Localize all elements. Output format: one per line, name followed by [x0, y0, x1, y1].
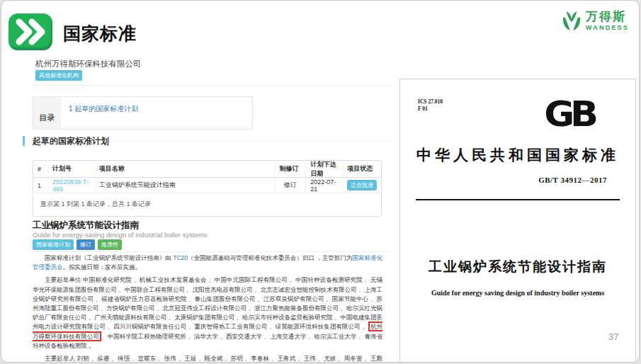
tc20-link[interactable]: TC20: [173, 254, 188, 261]
ics-line2: F 01: [418, 106, 443, 113]
p1-text: 。拟实施日期：发布后实施。: [63, 263, 142, 271]
tag-national-plan: 国家标准计划: [33, 239, 74, 250]
company-type-badge: 其他标准化机构: [35, 70, 82, 81]
cell-issue-date: 2022-07-21: [305, 178, 342, 193]
brand-name-en: WANDESS: [586, 25, 629, 31]
leaf-icon: [561, 9, 582, 33]
page-number: 37: [608, 331, 618, 342]
paragraph-overview: 国家标准计划《工业锅炉系统节能设计指南》由 TC20（全国能源基础与管理标准化技…: [33, 254, 382, 272]
section-rule: [115, 141, 390, 142]
cell-project-name: 工业锅炉系统节能设计指南: [94, 178, 275, 193]
cell-index: 1: [33, 178, 47, 193]
standard-number: GB/T 34912—2017: [538, 176, 607, 184]
toc-label: 目录: [33, 97, 61, 129]
paragraph-drafters: 主要起草人 刘韧 、侯睿 、傅强 、笪耀东 、张伟 、王婧 、顾全斌 、苏明 、…: [33, 354, 382, 363]
cover-title: 中华人民共和国国家标准: [400, 145, 635, 165]
ics-line1: ICS 27.010: [418, 98, 443, 106]
status-badge: 正在批准: [347, 180, 377, 190]
section-title: 起草的国家标准计划: [33, 135, 109, 147]
table-footer-text: 显示第 1 到第 1 条记录，总共 1 条记录: [33, 193, 381, 216]
toc-link[interactable]: 1 起草的国家标准计划: [61, 97, 138, 129]
cover-doc-title: 工业锅炉系统节能设计指南: [400, 258, 635, 276]
slide: 国家标准 万得斯 WANDESS 杭州万得斯环保科技有限公司 其他标准化机构 目…: [1, 0, 640, 363]
standard-title: 工业锅炉系统节能设计指南: [33, 220, 139, 232]
double-chevron-icon: [8, 13, 52, 50]
table-row: 1 20220838-T-469 工业锅炉系统节能设计指南 修订 2022-07…: [33, 178, 381, 193]
gb-logo: GB: [544, 96, 594, 132]
cover-doc-subtitle-en: Guide for energy saving design of indust…: [400, 289, 635, 297]
standard-tags: 国家标准计划 修订 推荐性: [33, 239, 122, 250]
toc-box: 目录 1 起草的国家标准计划: [33, 96, 253, 130]
cover-divider: [416, 199, 620, 200]
brand-text: 万得斯 WANDESS: [586, 11, 629, 31]
plans-table: # 计划号 项目名称 制修订 计划下达日期 项目状态 1 20220838-T-…: [33, 160, 382, 217]
col-header-plan-no: 计划号: [47, 161, 94, 178]
tag-revision: 修订: [76, 239, 95, 250]
col-header-revision: 制修订: [275, 161, 306, 178]
col-header-status: 项目状态: [342, 161, 381, 178]
company-name: 杭州万得斯环保科技有限公司: [35, 59, 142, 69]
col-header-issue-date: 计划下达日期: [305, 161, 342, 178]
document-cover: ICS 27.010 F 01 GB 中华人民共和国国家标准 GB/T 3491…: [399, 79, 636, 363]
tag-recommended: 推荐性: [98, 239, 122, 250]
webpage-panel: 杭州万得斯环保科技有限公司 其他标准化机构 目录 1 起草的国家标准计划 起草的…: [23, 56, 392, 360]
p1-text: 国家标准计划《工业锅炉系统节能设计指南》由: [45, 254, 173, 261]
chevron-glyphs: [13, 18, 47, 46]
table-header-row: # 计划号 项目名称 制修订 计划下达日期 项目状态: [33, 161, 381, 178]
brand-name-cn: 万得斯: [586, 11, 629, 23]
brand-logo: 万得斯 WANDESS: [561, 9, 629, 33]
col-header-project-name: 项目名称: [94, 161, 275, 178]
cell-revision: 修订: [274, 178, 305, 193]
p2-text: 主要起草单位 中国标准化研究院 、机械工业技术发展基金会 、中国中元国际工程有限…: [33, 276, 382, 330]
section-accent-bar: [23, 136, 25, 146]
col-header-index: #: [33, 161, 47, 178]
page-title: 国家标准: [63, 22, 137, 45]
standard-subtitle-en: Guide for energy-saving design of indust…: [33, 231, 208, 239]
standard-description: 国家标准计划《工业锅炉系统节能设计指南》由 TC20（全国能源基础与管理标准化技…: [33, 254, 382, 363]
ics-code: ICS 27.010 F 01: [418, 98, 443, 113]
p3-text: 主要起草人 刘韧 、侯睿 、傅强 、笪耀东 、张伟 、王婧 、顾全斌 、苏明 、…: [33, 355, 382, 363]
divider: [33, 251, 392, 252]
plan-number-link[interactable]: 20220838-T-469: [52, 178, 90, 193]
paragraph-drafting-units: 主要起草单位 中国标准化研究院 、机械工业技术发展基金会 、中国中元国际工程有限…: [33, 275, 382, 351]
divider: [33, 85, 392, 86]
p1-text: （全国能源基础与管理标准化技术委员会）归口 ，主管部门为: [188, 254, 352, 261]
